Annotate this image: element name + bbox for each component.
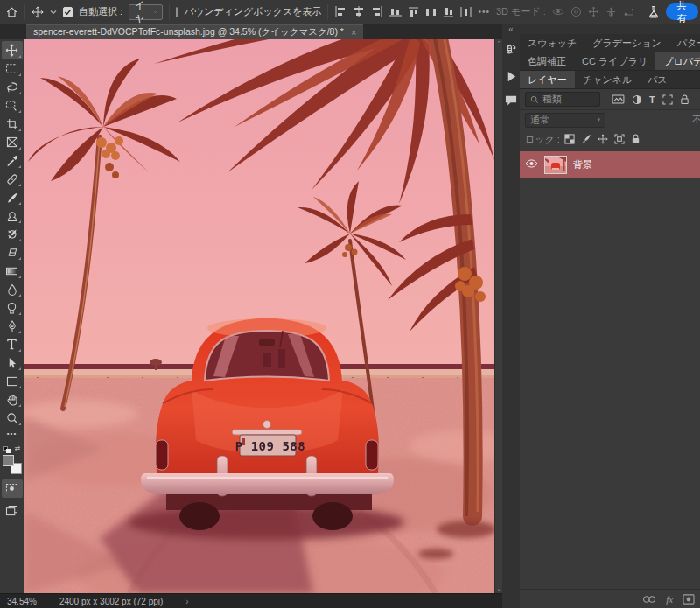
lock-transparency-icon[interactable] [564,134,575,144]
blur-tool[interactable] [2,280,23,298]
default-colors-icon[interactable]: ⇄ [3,444,22,453]
scroll-up-icon[interactable]: ⌃ [496,40,502,47]
swap-colors-icon[interactable]: ⇄ [15,444,21,452]
blend-mode-row: 通常 ▾ 不透明度 : 100% ▾ [520,110,700,129]
history-icon[interactable] [502,43,520,60]
quick-mask-button[interactable] [2,479,23,498]
type-tool[interactable] [2,335,23,353]
tab-channels[interactable]: チャンネル [575,71,640,88]
crop-tool[interactable] [2,115,23,133]
lock-position-icon[interactable] [598,134,608,144]
filter-shape-layers-icon[interactable] [662,94,673,105]
layer-row-background[interactable]: 背景 [520,151,700,178]
tab-patterns[interactable]: パターン [669,34,700,52]
canvas[interactable]: P 109 588 [24,39,494,593]
dodge-tool[interactable] [2,298,23,317]
lock-label: ロック : [525,133,560,146]
scroll-down-icon[interactable]: ⌄ [496,585,502,592]
marquee-tool[interactable] [2,59,23,78]
slide-3d-icon[interactable] [606,6,617,17]
gradient-tool[interactable] [2,262,23,280]
document-tab-title: spencer-everett-DdVOCPTofFc-unsplash.jpg… [33,26,344,38]
canvas-vertical-scrollbar[interactable]: ⌃ ⌄ [494,39,502,593]
scale-3d-icon[interactable] [623,6,635,17]
distribute-top-icon[interactable] [408,6,419,18]
eyedropper-tool[interactable] [2,151,23,170]
distribute-spacing-icon[interactable] [460,6,472,18]
layer-filter-field[interactable]: 種類 [525,92,600,107]
lock-pixels-icon[interactable] [581,134,592,144]
share-button[interactable]: 共有 [666,3,698,20]
divider [327,4,328,20]
bounding-box-checkbox[interactable] [176,7,178,17]
align-horizontal-centers-icon[interactable] [353,6,365,17]
move-tool-icon[interactable] [32,6,44,18]
edit-toolbar-icon[interactable]: ••• [7,430,17,437]
quick-mask-image: P 109 588 [24,39,494,593]
panel-column: » スウォッチ グラデーション パターン カラー 色調補正 CC ライブラリ プ… [520,24,700,608]
history-brush-tool[interactable] [2,225,23,243]
lock-all-icon[interactable] [631,134,640,144]
screen-mode-button[interactable] [2,501,23,520]
clone-stamp-tool[interactable] [2,206,23,225]
document-info: 2400 px x 3002 px (72 ppi) [60,597,163,606]
collapse-dock-icon[interactable]: « [508,25,514,36]
actions-icon[interactable] [502,67,520,85]
frame-tool[interactable] [2,133,23,151]
tab-swatches[interactable]: スウォッチ [520,34,584,52]
pen-tool[interactable] [2,317,23,335]
tab-gradients[interactable]: グラデーション [584,34,669,52]
tab-cc-libraries[interactable]: CC ライブラリ [574,52,655,70]
align-right-edges-icon[interactable] [371,6,383,17]
zoom-tool[interactable] [2,409,23,427]
align-left-edges-icon[interactable] [334,6,346,17]
tab-adjustments[interactable]: 色調補正 [520,52,574,70]
filter-smart-objects-icon[interactable] [680,94,690,105]
close-icon[interactable]: × [351,27,356,38]
distribute-bottom-icon[interactable] [443,6,454,18]
chevron-down-icon[interactable] [50,10,57,15]
home-icon[interactable] [5,6,18,18]
zoom-level[interactable]: 34.54% [7,597,37,606]
link-layers-icon[interactable] [642,595,656,604]
align-bottom-edges-icon[interactable] [389,6,402,17]
more-options-icon[interactable]: ••• [478,7,490,17]
lock-artboard-icon[interactable] [614,134,625,144]
add-mask-icon[interactable] [682,594,695,605]
spot-healing-tool[interactable] [2,170,23,188]
distribute-horizontal-icon[interactable] [425,6,437,18]
filter-type-layers-icon[interactable]: T [649,94,655,105]
opacity-label: 不透明度 : [692,114,700,127]
foreground-background-swatches[interactable] [3,455,22,474]
auto-select-target-dropdown[interactable]: レイヤー [129,4,163,20]
foreground-color-swatch[interactable] [3,455,14,466]
layer-thumbnail[interactable] [544,156,567,174]
lasso-tool[interactable] [2,78,23,96]
auto-select-checkbox[interactable] [63,7,73,17]
status-bar: 34.54% 2400 px x 3002 px (72 ppi) › [0,593,502,608]
blend-mode-select[interactable]: 通常 ▾ [525,113,606,128]
layer-name[interactable]: 背景 [573,158,700,171]
tab-layers[interactable]: レイヤー [520,71,575,88]
path-selection-tool[interactable] [2,353,23,372]
tab-paths[interactable]: パス [640,71,676,88]
filter-pixel-layers-icon[interactable] [612,94,625,104]
hand-tool[interactable] [2,390,23,409]
layer-style-icon[interactable]: fx [666,594,673,605]
document-tab[interactable]: spencer-everett-DdVOCPTofFc-unsplash.jpg… [26,24,363,39]
drag-3d-icon[interactable] [588,6,599,17]
eraser-tool[interactable] [2,243,23,262]
tab-properties[interactable]: プロパティ [655,52,700,70]
filter-adjustment-layers-icon[interactable] [632,94,642,105]
comments-icon[interactable] [502,92,520,109]
object-selection-tool[interactable] [2,96,23,115]
move-tool[interactable] [2,41,23,59]
tech-preview-flask-icon[interactable] [648,5,660,18]
visibility-eye-icon[interactable] [525,159,538,170]
orbit-3d-icon[interactable] [552,6,564,17]
expand-dock-icon[interactable]: » [520,24,700,34]
brush-tool[interactable] [2,188,23,206]
status-flyout-icon[interactable]: › [186,597,188,606]
roll-3d-icon[interactable] [570,6,582,17]
rectangle-tool[interactable] [2,372,23,390]
